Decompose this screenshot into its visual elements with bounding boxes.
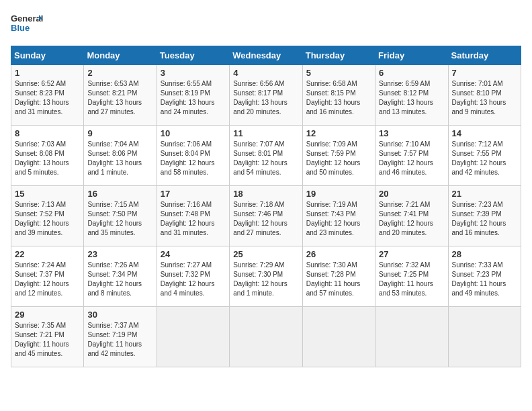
calendar-cell: 18Sunrise: 7:18 AM Sunset: 7:46 PM Dayli… [230,186,302,246]
day-number: 2 [87,68,152,78]
day-number: 19 [306,189,371,199]
calendar-cell: 9Sunrise: 7:04 AM Sunset: 8:06 PM Daylig… [84,126,157,186]
calendar-cell: 26Sunrise: 7:30 AM Sunset: 7:28 PM Dayli… [302,246,375,307]
logo-svg: General Blue [11,11,43,38]
calendar-cell [375,307,448,367]
calendar-cell: 4Sunrise: 6:56 AM Sunset: 8:17 PM Daylig… [230,65,302,126]
col-header-thursday: Thursday [302,46,375,65]
day-info: Sunrise: 7:27 AM Sunset: 7:32 PM Dayligh… [161,261,226,298]
calendar-cell: 14Sunrise: 7:12 AM Sunset: 7:55 PM Dayli… [448,126,521,186]
calendar-cell: 7Sunrise: 7:01 AM Sunset: 8:10 PM Daylig… [448,65,521,126]
calendar-cell [302,307,375,367]
day-info: Sunrise: 7:16 AM Sunset: 7:48 PM Dayligh… [161,200,226,238]
header: General Blue [11,11,521,38]
calendar-cell: 11Sunrise: 7:07 AM Sunset: 8:01 PM Dayli… [230,126,302,186]
day-info: Sunrise: 6:59 AM Sunset: 8:12 PM Dayligh… [379,79,444,117]
calendar-week-3: 15Sunrise: 7:13 AM Sunset: 7:52 PM Dayli… [11,186,521,246]
col-header-tuesday: Tuesday [157,46,229,65]
day-info: Sunrise: 7:13 AM Sunset: 7:52 PM Dayligh… [15,200,80,238]
day-number: 1 [15,68,80,78]
day-number: 18 [233,189,298,199]
day-number: 15 [15,189,80,199]
day-info: Sunrise: 7:04 AM Sunset: 8:06 PM Dayligh… [87,140,152,177]
col-header-wednesday: Wednesday [230,46,302,65]
day-info: Sunrise: 7:10 AM Sunset: 7:57 PM Dayligh… [379,140,444,177]
day-info: Sunrise: 6:52 AM Sunset: 8:23 PM Dayligh… [15,79,80,117]
day-number: 17 [161,189,226,199]
calendar-cell: 12Sunrise: 7:09 AM Sunset: 7:59 PM Dayli… [302,126,375,186]
day-number: 27 [379,249,444,259]
calendar-cell: 15Sunrise: 7:13 AM Sunset: 7:52 PM Dayli… [11,186,84,246]
header-row: SundayMondayTuesdayWednesdayThursdayFrid… [11,46,521,65]
day-info: Sunrise: 7:32 AM Sunset: 7:25 PM Dayligh… [379,261,444,298]
day-number: 22 [15,249,80,259]
calendar-cell: 27Sunrise: 7:32 AM Sunset: 7:25 PM Dayli… [375,246,448,307]
calendar-cell [157,307,229,367]
day-number: 26 [306,249,371,259]
calendar-cell: 22Sunrise: 7:24 AM Sunset: 7:37 PM Dayli… [11,246,84,307]
day-info: Sunrise: 7:21 AM Sunset: 7:41 PM Dayligh… [379,200,444,238]
day-number: 5 [306,68,371,78]
day-info: Sunrise: 7:15 AM Sunset: 7:50 PM Dayligh… [87,200,152,238]
day-info: Sunrise: 6:53 AM Sunset: 8:21 PM Dayligh… [87,79,152,117]
calendar-cell [230,307,302,367]
calendar-cell: 16Sunrise: 7:15 AM Sunset: 7:50 PM Dayli… [84,186,157,246]
col-header-friday: Friday [375,46,448,65]
calendar-cell: 21Sunrise: 7:23 AM Sunset: 7:39 PM Dayli… [448,186,521,246]
calendar-cell: 8Sunrise: 7:03 AM Sunset: 8:08 PM Daylig… [11,126,84,186]
day-info: Sunrise: 7:09 AM Sunset: 7:59 PM Dayligh… [306,140,371,177]
calendar-cell: 28Sunrise: 7:33 AM Sunset: 7:23 PM Dayli… [448,246,521,307]
day-info: Sunrise: 7:29 AM Sunset: 7:30 PM Dayligh… [233,261,298,298]
calendar-cell: 29Sunrise: 7:35 AM Sunset: 7:21 PM Dayli… [11,307,84,367]
day-number: 30 [87,310,152,320]
day-info: Sunrise: 7:35 AM Sunset: 7:21 PM Dayligh… [15,321,80,359]
day-info: Sunrise: 7:19 AM Sunset: 7:43 PM Dayligh… [306,200,371,238]
calendar-cell: 23Sunrise: 7:26 AM Sunset: 7:34 PM Dayli… [84,246,157,307]
day-info: Sunrise: 7:07 AM Sunset: 8:01 PM Dayligh… [233,140,298,177]
day-info: Sunrise: 7:26 AM Sunset: 7:34 PM Dayligh… [87,261,152,298]
day-info: Sunrise: 6:58 AM Sunset: 8:15 PM Dayligh… [306,79,371,117]
day-info: Sunrise: 6:55 AM Sunset: 8:19 PM Dayligh… [161,79,226,117]
day-number: 4 [233,68,298,78]
day-number: 12 [306,128,371,138]
col-header-monday: Monday [84,46,157,65]
calendar-cell: 17Sunrise: 7:16 AM Sunset: 7:48 PM Dayli… [157,186,229,246]
day-number: 9 [87,128,152,138]
calendar-cell: 20Sunrise: 7:21 AM Sunset: 7:41 PM Dayli… [375,186,448,246]
logo: General Blue [11,11,43,38]
day-info: Sunrise: 7:23 AM Sunset: 7:39 PM Dayligh… [452,200,517,238]
day-number: 11 [233,128,298,138]
day-info: Sunrise: 6:56 AM Sunset: 8:17 PM Dayligh… [233,79,298,117]
col-header-sunday: Sunday [11,46,84,65]
day-number: 25 [233,249,298,259]
day-info: Sunrise: 7:24 AM Sunset: 7:37 PM Dayligh… [15,261,80,298]
day-number: 28 [452,249,517,259]
calendar-cell: 30Sunrise: 7:37 AM Sunset: 7:19 PM Dayli… [84,307,157,367]
calendar-cell: 25Sunrise: 7:29 AM Sunset: 7:30 PM Dayli… [230,246,302,307]
day-info: Sunrise: 7:37 AM Sunset: 7:19 PM Dayligh… [87,321,152,359]
col-header-saturday: Saturday [448,46,521,65]
calendar-cell: 1Sunrise: 6:52 AM Sunset: 8:23 PM Daylig… [11,65,84,126]
day-info: Sunrise: 7:01 AM Sunset: 8:10 PM Dayligh… [452,79,517,117]
day-number: 10 [161,128,226,138]
day-number: 21 [452,189,517,199]
calendar-cell: 6Sunrise: 6:59 AM Sunset: 8:12 PM Daylig… [375,65,448,126]
calendar-cell: 5Sunrise: 6:58 AM Sunset: 8:15 PM Daylig… [302,65,375,126]
day-info: Sunrise: 7:33 AM Sunset: 7:23 PM Dayligh… [452,261,517,298]
day-number: 23 [87,249,152,259]
calendar-cell: 13Sunrise: 7:10 AM Sunset: 7:57 PM Dayli… [375,126,448,186]
day-info: Sunrise: 7:18 AM Sunset: 7:46 PM Dayligh… [233,200,298,238]
svg-text:General: General [11,13,43,24]
day-info: Sunrise: 7:30 AM Sunset: 7:28 PM Dayligh… [306,261,371,298]
calendar-cell: 24Sunrise: 7:27 AM Sunset: 7:32 PM Dayli… [157,246,229,307]
day-number: 16 [87,189,152,199]
calendar-table: SundayMondayTuesdayWednesdayThursdayFrid… [11,46,521,367]
day-number: 14 [452,128,517,138]
day-number: 29 [15,310,80,320]
calendar-week-4: 22Sunrise: 7:24 AM Sunset: 7:37 PM Dayli… [11,246,521,307]
day-number: 6 [379,68,444,78]
day-info: Sunrise: 7:12 AM Sunset: 7:55 PM Dayligh… [452,140,517,177]
calendar-week-2: 8Sunrise: 7:03 AM Sunset: 8:08 PM Daylig… [11,126,521,186]
day-number: 24 [161,249,226,259]
day-number: 20 [379,189,444,199]
